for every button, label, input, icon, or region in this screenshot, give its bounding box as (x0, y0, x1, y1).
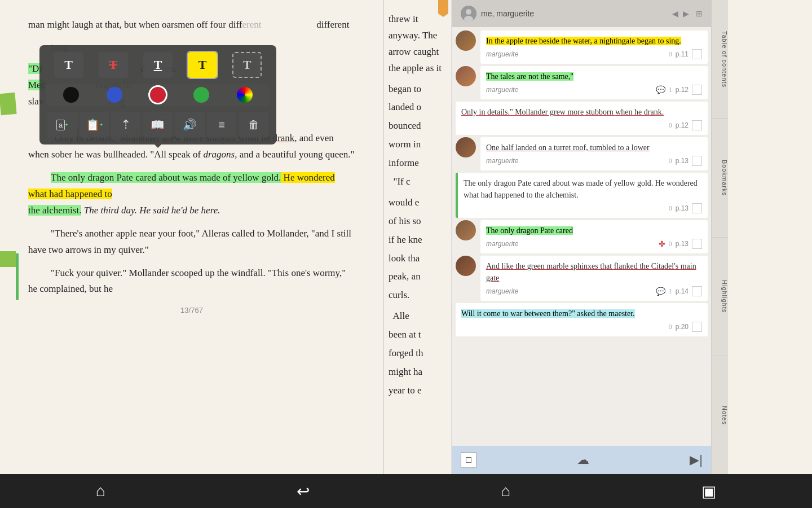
list-btn[interactable]: ≡ (207, 112, 236, 138)
italic-third-day: The third day. He said he'd be here. (84, 205, 220, 216)
home-btn[interactable]: ⌂ (501, 482, 510, 500)
note-meta-7: marguerite 💬 1 p.14 (486, 286, 702, 296)
right-para-18: year to e (389, 383, 447, 399)
note-author-4: marguerite (486, 157, 518, 165)
note-checkbox-6[interactable] (692, 239, 702, 249)
page-number: 13/767 (28, 304, 355, 317)
right-para-6: informe (389, 155, 447, 172)
bookmark-icon (438, 0, 448, 17)
para-1: man might laugh at that, but when oarsme… (28, 17, 355, 33)
note-item-5: The only dragon Pate cared about was mad… (456, 173, 708, 218)
color-blue[interactable] (107, 87, 122, 103)
para-quiver: "Fuck your quiver." Mollander scooped up… (28, 265, 355, 298)
app-container: man might laugh at that, but when oarsme… (0, 0, 812, 508)
right-page-text: threw it anyway. The arrow caught the ap… (384, 0, 452, 474)
content-area: man might laugh at that, but when oarsme… (0, 0, 812, 474)
note-checkbox-2[interactable] (692, 85, 702, 95)
note-item-1: In the apple tree beside the water, a ni… (456, 30, 708, 64)
footer-sync-btn[interactable]: ☁ (577, 453, 589, 467)
note-page-8: p.20 (676, 323, 689, 331)
note-highlight-8: Will it come to war between them?" asked… (461, 309, 635, 318)
note-checkbox-8[interactable] (692, 322, 702, 332)
right-para-17: might ha (389, 364, 447, 380)
highlight-dragon-cont: the alchemist. (28, 205, 81, 216)
note-count-2: 1 (669, 86, 672, 94)
header-next-icon[interactable]: ▶ (683, 9, 689, 19)
note-meta-6: marguerite ✤ 0 p.13 (486, 239, 702, 249)
color-green[interactable] (193, 87, 209, 103)
style-btn-plain[interactable]: T (54, 52, 83, 78)
color-multicolor[interactable] (237, 87, 253, 103)
avatar-note-1 (456, 30, 476, 51)
comment-icon-7: 💬 (656, 287, 665, 296)
notes-panel: me, marguerite ◀ ▶ ⊞ In the a (452, 0, 711, 474)
note-checkbox-5[interactable] (692, 203, 702, 213)
header-grid-icon[interactable]: ⊞ (696, 9, 703, 19)
note-highlight-2: The tales are not the same," (486, 72, 573, 81)
user-avatar-header (461, 6, 476, 21)
right-para-3: landed o (389, 99, 447, 116)
note-checkbox-1[interactable] (692, 49, 702, 59)
sticky-tab-bottom (0, 251, 16, 267)
note-content-6: The only dragon Pate cared marguerite ✤ … (480, 220, 708, 253)
sidebar-tab-bookmarks[interactable]: Bookmarks (712, 119, 728, 237)
note-text-1: In the apple tree beside the water, a ni… (486, 35, 702, 47)
sidebar-tab-notes[interactable]: Notes (712, 356, 728, 474)
share-btn[interactable]: ⇡ (111, 112, 140, 138)
color-black[interactable] (63, 87, 79, 103)
note-text-7: And like the green marble sphinxes that … (486, 260, 702, 284)
trash-btn[interactable]: 🗑 (239, 112, 268, 138)
style-btn-dashed[interactable]: T (232, 52, 262, 78)
avatar-note-6 (456, 220, 476, 240)
note-item-6: The only dragon Pate cared marguerite ✤ … (456, 220, 708, 253)
note-count-4: 0 (669, 157, 672, 165)
comment-icon-2: 💬 (656, 85, 665, 95)
note-btn[interactable]: 📋+ (80, 112, 109, 138)
footer-forward-btn[interactable]: ▶| (690, 453, 703, 467)
note-meta-8: 0 p.20 (461, 322, 702, 332)
style-btn-underline[interactable]: T (143, 52, 173, 78)
color-red[interactable] (150, 87, 166, 103)
para-apple: "There's another apple near your foot," … (28, 226, 355, 259)
note-actions-8: 0 p.20 (669, 322, 702, 332)
note-page-2: p.12 (676, 86, 689, 94)
footer-square-btn[interactable]: □ (461, 452, 476, 468)
dict-btn[interactable]: a+ (47, 112, 77, 138)
note-author-1: marguerite (486, 50, 518, 58)
header-prev-icon[interactable]: ◀ (672, 9, 678, 19)
svg-point-1 (466, 9, 471, 15)
note-text-2: The tales are not the same," (486, 71, 702, 82)
home-up-btn[interactable]: ⌂ (96, 482, 105, 500)
note-count-6: 0 (669, 240, 672, 248)
note-content-1: In the apple tree beside the water, a ni… (480, 30, 708, 64)
sidebar-tab-toc[interactable]: Table of contents (712, 0, 728, 119)
note-checkbox-4[interactable] (692, 156, 702, 166)
right-para-10: if he kne (389, 232, 447, 248)
right-para-11: look tha (389, 251, 447, 267)
notes-list[interactable]: In the apple tree beside the water, a ni… (452, 27, 711, 446)
note-checkbox-3[interactable] (692, 120, 702, 130)
note-text-3: Only in details." Mollander grew more st… (461, 106, 702, 118)
note-page-6: p.13 (676, 240, 689, 248)
library-btn[interactable]: 📖 (143, 112, 173, 138)
note-highlight-7: And like the green marble sphinxes that … (486, 262, 696, 282)
sticky-tab-top (0, 93, 17, 115)
style-btn-yellow-bg[interactable]: T (188, 52, 217, 78)
speaker-btn[interactable]: 🔊 (175, 112, 205, 138)
right-para-4: bounced (389, 118, 447, 134)
note-actions-5: 0 p.13 (669, 203, 702, 213)
bottom-bar: ⌂ ↩ ⌂ ▣ (0, 474, 812, 508)
back-btn[interactable]: ↩ (297, 482, 310, 501)
note-highlight-6: The only dragon Pate cared (486, 226, 573, 235)
note-item-7: And like the green marble sphinxes that … (456, 256, 708, 301)
style-btn-strikethrough[interactable]: T (99, 52, 128, 78)
right-para-1: threw it anyway. The arrow caught the ap… (389, 11, 447, 77)
recent-apps-btn[interactable]: ▣ (701, 482, 716, 501)
note-checkbox-7[interactable] (692, 286, 702, 296)
avatar-note-4 (456, 137, 476, 157)
sidebar-tab-highlights[interactable]: Highlights (712, 238, 728, 356)
note-actions-7: 💬 1 p.14 (656, 286, 702, 296)
note-page-5: p.13 (676, 204, 689, 212)
notes-header-icons: ◀ ▶ ⊞ (672, 9, 703, 19)
note-count-8: 0 (669, 323, 672, 331)
